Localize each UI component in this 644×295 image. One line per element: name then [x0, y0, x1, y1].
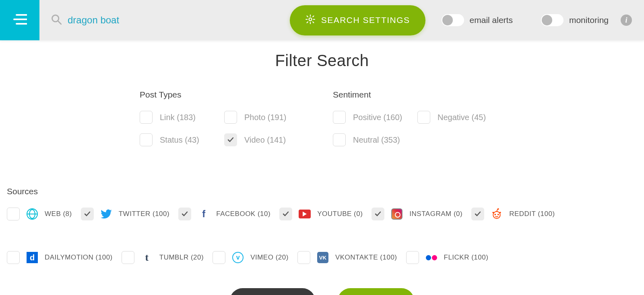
search-settings-label: SEARCH SETTINGS: [321, 15, 410, 25]
sentiment-neutral-label: Neutral (353): [353, 135, 400, 145]
sources-section: Sources WEB (8) TWITTER (100) f FACEBOOK…: [0, 187, 644, 264]
sentiment-heading: Sentiment: [333, 90, 502, 100]
search-input[interactable]: [68, 15, 229, 26]
tumblr-icon: t: [141, 251, 153, 264]
source-facebook-checkbox[interactable]: [178, 208, 191, 220]
source-web-label: WEB (8): [45, 210, 72, 218]
source-dailymotion-checkbox[interactable]: [7, 251, 20, 264]
post-types-heading: Post Types: [140, 90, 309, 100]
svg-line-1: [58, 21, 61, 24]
post-type-photo: Photo (191): [224, 111, 309, 124]
source-reddit-checkbox[interactable]: [471, 208, 484, 220]
post-type-status: Status (43): [140, 133, 224, 146]
email-alerts-group: email alerts: [442, 14, 513, 26]
source-web-checkbox[interactable]: [7, 208, 20, 220]
svg-point-7: [493, 212, 494, 213]
post-types-section: Post Types Link (183) Photo (191) Status…: [140, 90, 309, 146]
sources-heading: Sources: [7, 187, 644, 196]
source-youtube-checkbox[interactable]: [279, 208, 292, 220]
source-reddit: REDDIT (100): [471, 208, 555, 220]
source-twitter-checkbox[interactable]: [81, 208, 94, 220]
svg-point-2: [309, 18, 312, 21]
source-twitter-label: TWITTER (100): [119, 210, 169, 218]
post-type-video-label: Video (141): [244, 135, 286, 145]
instagram-icon: [391, 208, 403, 220]
youtube-icon: [299, 208, 311, 220]
action-buttons: CANCEL APPLY: [0, 288, 644, 295]
post-type-link: Link (183): [140, 111, 224, 124]
source-reddit-label: REDDIT (100): [509, 210, 555, 218]
search-icon: [51, 14, 62, 27]
svg-point-3: [493, 212, 500, 219]
email-alerts-toggle[interactable]: [442, 14, 464, 26]
page-title: Filter Search: [0, 52, 644, 70]
sentiment-positive-checkbox[interactable]: [333, 111, 346, 124]
search-area: [51, 14, 290, 27]
sentiment-negative-label: Negative (45): [438, 113, 486, 122]
gear-icon: [305, 14, 316, 27]
search-settings-button[interactable]: SEARCH SETTINGS: [290, 5, 425, 35]
sentiment-neutral-checkbox[interactable]: [333, 133, 346, 146]
source-vkontakte-label: VKONTAKTE (100): [335, 253, 397, 262]
sentiment-positive: Positive (160): [333, 111, 417, 124]
email-alerts-label: email alerts: [470, 15, 513, 25]
header-bar: SEARCH SETTINGS email alerts monitoring …: [0, 0, 644, 40]
svg-point-4: [495, 214, 496, 215]
menu-button[interactable]: [0, 0, 39, 40]
source-facebook-label: FACEBOOK (10): [216, 210, 270, 218]
sentiment-section: Sentiment Positive (160) Negative (45) N…: [333, 90, 502, 146]
twitter-icon: [100, 208, 112, 220]
post-type-link-label: Link (183): [160, 113, 196, 122]
facebook-icon: f: [198, 208, 210, 220]
monitoring-toggle[interactable]: [541, 14, 564, 26]
source-vimeo-label: VIMEO (20): [250, 253, 289, 262]
svg-point-5: [497, 214, 499, 215]
source-flickr-label: FLICKR (100): [444, 253, 489, 262]
source-flickr-checkbox[interactable]: [406, 251, 419, 264]
post-type-video: Video (141): [224, 133, 309, 146]
flickr-icon: [425, 251, 438, 264]
source-tumblr: t TUMBLR (20): [122, 251, 204, 264]
monitoring-group: monitoring: [541, 14, 609, 26]
reddit-icon: [491, 208, 503, 220]
source-dailymotion: d DAILYMOTION (100): [7, 251, 113, 264]
post-type-photo-label: Photo (191): [244, 113, 287, 122]
svg-point-8: [497, 208, 499, 210]
source-youtube-label: YOUTUBE (0): [317, 210, 363, 218]
sentiment-neutral: Neutral (353): [333, 133, 417, 146]
cancel-button[interactable]: CANCEL: [230, 288, 315, 295]
post-type-status-label: Status (43): [160, 135, 199, 145]
monitoring-label: monitoring: [569, 15, 609, 25]
source-vkontakte-checkbox[interactable]: [297, 251, 310, 264]
post-type-video-checkbox[interactable]: [224, 133, 237, 146]
web-icon: [26, 208, 38, 220]
post-type-link-checkbox[interactable]: [140, 111, 153, 124]
source-dailymotion-label: DAILYMOTION (100): [45, 253, 113, 262]
source-flickr: FLICKR (100): [406, 251, 489, 264]
dailymotion-icon: d: [26, 251, 38, 264]
post-type-status-checkbox[interactable]: [140, 133, 153, 146]
info-icon[interactable]: i: [621, 15, 632, 26]
svg-point-6: [500, 212, 501, 213]
vkontakte-icon: VK: [317, 251, 329, 264]
hamburger-icon: [12, 13, 27, 27]
sentiment-negative: Negative (45): [417, 111, 502, 124]
source-instagram: INSTAGRAM (0): [372, 208, 462, 220]
source-tumblr-checkbox[interactable]: [122, 251, 134, 264]
source-web: WEB (8): [7, 208, 72, 220]
apply-button[interactable]: APPLY: [338, 288, 414, 295]
source-twitter: TWITTER (100): [81, 208, 169, 220]
vimeo-icon: v: [232, 251, 244, 264]
source-vkontakte: VK VKONTAKTE (100): [297, 251, 397, 264]
source-instagram-label: INSTAGRAM (0): [409, 210, 462, 218]
source-vimeo: v VIMEO (20): [213, 251, 289, 264]
source-tumblr-label: TUMBLR (20): [159, 253, 204, 262]
source-youtube: YOUTUBE (0): [279, 208, 363, 220]
source-vimeo-checkbox[interactable]: [213, 251, 225, 264]
source-facebook: f FACEBOOK (10): [178, 208, 270, 220]
sentiment-negative-checkbox[interactable]: [417, 111, 430, 124]
source-instagram-checkbox[interactable]: [372, 208, 384, 220]
post-type-photo-checkbox[interactable]: [224, 111, 237, 124]
sentiment-positive-label: Positive (160): [353, 113, 402, 122]
